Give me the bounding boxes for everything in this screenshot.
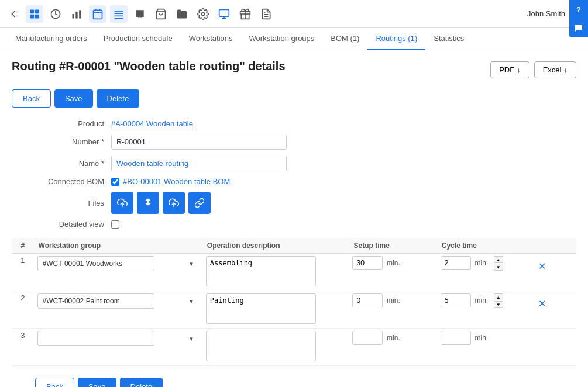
excel-arrow: ↓: [564, 65, 568, 74]
setup-time-input-3[interactable]: [352, 331, 383, 345]
spin-down-2[interactable]: ▼: [494, 301, 503, 308]
table-row: 3 ▼ min.: [12, 329, 576, 366]
product-label: Product: [35, 119, 111, 128]
cycle-time-input-2[interactable]: [441, 293, 471, 307]
row-num-3: 3: [20, 326, 25, 340]
spin-up-2[interactable]: ▲: [494, 293, 503, 300]
excel-label: Excel: [543, 65, 562, 74]
number-input[interactable]: [111, 134, 287, 150]
row-num-2: 2: [20, 289, 25, 302]
cycle-time-input-1[interactable]: [441, 256, 471, 270]
pdf-label: PDF: [499, 65, 514, 74]
ws-select-wrap-3: ▼: [37, 331, 199, 346]
detailed-view-label: Detailed view: [35, 220, 111, 229]
tab-manufacturing-orders[interactable]: Manufacturing orders: [7, 28, 95, 50]
monitor-icon[interactable]: [215, 5, 233, 23]
time-icon[interactable]: [47, 5, 64, 23]
pdf-button[interactable]: PDF ↓: [490, 61, 529, 78]
page-title: Routing #R-00001 "Wooden table routing" …: [12, 60, 286, 73]
spin-down-1[interactable]: ▼: [494, 264, 503, 271]
svg-rect-3: [35, 14, 39, 18]
tab-routings[interactable]: Routings (1): [367, 28, 425, 50]
tab-production-schedule[interactable]: Production schedule: [95, 28, 181, 50]
side-help-icon[interactable]: ?: [569, 0, 588, 19]
bottom-delete-button[interactable]: Delete: [120, 378, 163, 387]
ws-select-2[interactable]: #WCT-00002 Paint room: [37, 293, 154, 309]
settings-icon[interactable]: [194, 5, 212, 23]
svg-rect-1: [35, 9, 39, 13]
side-icons: ?: [569, 0, 588, 37]
connected-bom-checkbox[interactable]: [111, 178, 119, 186]
basket-icon[interactable]: [152, 5, 170, 23]
spin-up-1[interactable]: ▲: [494, 256, 503, 263]
connected-bom-value: #BO-00001 Wooden table BOM: [111, 177, 230, 186]
product-row: Product #A-00004 Wooden table: [35, 119, 576, 128]
side-chat-icon[interactable]: [569, 19, 588, 37]
svg-rect-8: [94, 10, 102, 19]
gdrive-button[interactable]: [163, 192, 185, 214]
toolbar: John Smith ⟶: [0, 0, 588, 28]
spin-wrap-2: ▲ ▼: [494, 293, 503, 308]
connected-bom-link[interactable]: #BO-00001 Wooden table BOM: [123, 177, 230, 186]
detailed-view-checkbox[interactable]: [111, 220, 119, 229]
select-arrow-3: ▼: [188, 336, 194, 342]
setup-unit-1: min.: [387, 259, 400, 267]
svg-rect-5: [73, 14, 74, 19]
svg-rect-12: [115, 11, 123, 12]
tab-statistics[interactable]: Statistics: [425, 28, 472, 50]
nav-tabs: Manufacturing orders Production schedule…: [0, 28, 588, 50]
setup-time-input-1[interactable]: [352, 256, 383, 270]
user-name: John Smith: [527, 9, 565, 18]
name-input[interactable]: [111, 156, 287, 171]
product-link[interactable]: #A-00004 Wooden table: [111, 119, 193, 128]
cycle-unit-2: min.: [474, 296, 488, 305]
cycle-time-input-3[interactable]: [441, 331, 471, 345]
bar-chart-icon[interactable]: [68, 5, 85, 23]
detailed-view-row: Detailed view: [35, 220, 576, 229]
tab-bom[interactable]: BOM (1): [322, 28, 367, 50]
excel-button[interactable]: Excel ↓: [534, 61, 576, 78]
ws-select-1[interactable]: #WCT-00001 Woodworks: [37, 256, 154, 271]
link-button[interactable]: [188, 192, 211, 214]
top-delete-button[interactable]: Delete: [97, 89, 140, 108]
tab-workstation-groups[interactable]: Workstation groups: [241, 28, 323, 50]
pdf-arrow: ↓: [517, 65, 521, 74]
op-textarea-2[interactable]: Painting: [206, 293, 316, 324]
export-buttons: PDF ↓ Excel ↓: [490, 61, 576, 78]
svg-rect-2: [30, 14, 35, 18]
back-icon[interactable]: [5, 5, 22, 23]
app-logo-icon[interactable]: [26, 5, 43, 23]
page-header: Routing #R-00001 "Wooden table routing" …: [12, 60, 576, 80]
gift-icon[interactable]: [236, 5, 254, 23]
bottom-save-button[interactable]: Save: [78, 378, 116, 387]
files-label: Files: [35, 199, 111, 208]
list-view-icon[interactable]: [110, 5, 128, 23]
routing-table: # Workstation group Operation descriptio…: [12, 238, 576, 366]
setup-time-input-2[interactable]: [352, 293, 383, 307]
number-row: Number *: [35, 134, 576, 150]
folder-icon[interactable]: [173, 5, 191, 23]
dropbox-button[interactable]: [137, 192, 159, 214]
tab-workstations[interactable]: Workstations: [181, 28, 241, 50]
svg-rect-13: [115, 13, 123, 14]
ws-select-3[interactable]: [37, 331, 154, 346]
book-icon[interactable]: [131, 5, 149, 23]
calendar-icon[interactable]: [89, 5, 106, 23]
op-textarea-1[interactable]: Assembling: [206, 256, 316, 286]
delete-row-button-2[interactable]: ✕: [536, 297, 548, 310]
delete-row-button-1[interactable]: ✕: [536, 260, 548, 273]
bottom-back-button[interactable]: Back: [35, 378, 74, 387]
col-header-op: Operation description: [202, 238, 349, 254]
cycle-unit-1: min.: [474, 259, 488, 267]
svg-rect-7: [79, 10, 81, 18]
col-header-cycle: Cycle time: [437, 238, 532, 254]
document-icon[interactable]: [257, 5, 275, 23]
select-arrow-1: ▼: [188, 261, 194, 267]
name-label: Name *: [35, 159, 111, 168]
row-actions-1: ✕: [536, 256, 573, 273]
setup-unit-2: min.: [387, 296, 400, 305]
top-save-button[interactable]: Save: [54, 89, 93, 108]
upload-cloud-button[interactable]: [111, 192, 133, 214]
op-textarea-3[interactable]: [206, 331, 316, 361]
top-back-button[interactable]: Back: [12, 89, 51, 108]
